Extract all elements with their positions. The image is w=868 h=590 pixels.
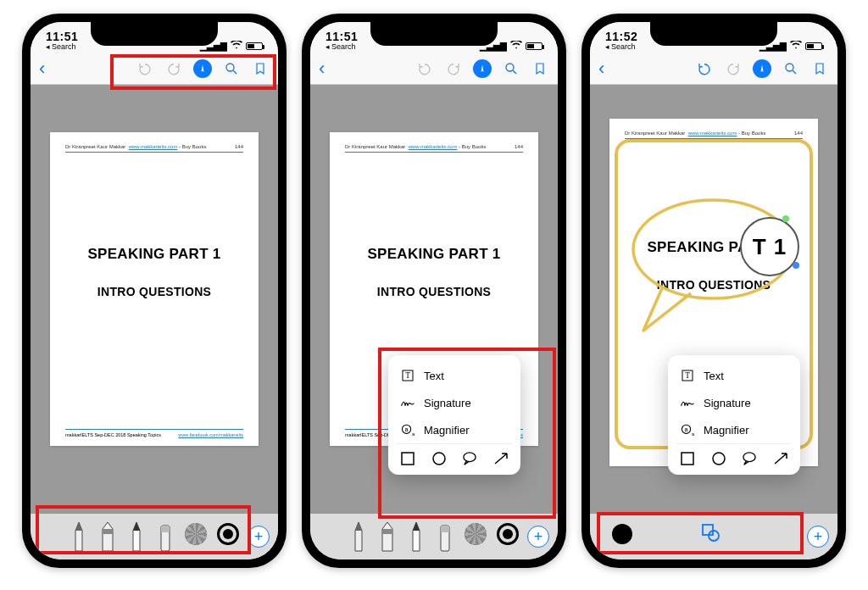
fill-color-picker[interactable] (612, 524, 632, 544)
add-annotation-button[interactable]: + (527, 526, 549, 548)
color-picker[interactable] (497, 523, 519, 545)
svg-rect-13 (382, 529, 392, 534)
magnifier-icon: aa (400, 422, 415, 437)
redo-icon[interactable] (164, 59, 183, 78)
popup-text-option[interactable]: T Text (676, 362, 792, 389)
document-canvas[interactable]: Dr Kiranpreet Kaur Makkar www.makkarielt… (310, 85, 558, 514)
popup-signature-option[interactable]: Signature (397, 389, 512, 416)
shape-rectangle[interactable] (680, 451, 695, 466)
text-icon: T (400, 368, 415, 383)
status-time: 11:52 (605, 30, 637, 43)
bookmark-icon[interactable] (810, 59, 829, 78)
back-button[interactable]: ‹ (598, 58, 604, 79)
pencil-tool[interactable] (127, 520, 146, 554)
popup-magnifier-option[interactable]: aa Magnifier (397, 416, 512, 443)
eraser-tool[interactable] (436, 520, 454, 554)
search-icon[interactable] (782, 59, 800, 78)
nav-bar: ‹ (31, 53, 278, 85)
battery-icon (526, 42, 542, 50)
add-annotation-button[interactable]: + (807, 526, 829, 548)
notch (370, 22, 498, 46)
phone-frame-2: 11:51 ◂ Search ▁▃▅▇ ‹ (302, 14, 566, 568)
pen-tool[interactable] (349, 520, 368, 554)
shape-speech-bubble[interactable] (462, 451, 477, 466)
add-annotation-button[interactable]: + (248, 526, 270, 548)
signature-icon (680, 395, 695, 410)
bookmark-icon[interactable] (251, 59, 270, 78)
doc-author: Dr Kiranpreet Kaur Makkar (65, 144, 125, 149)
pencil-tool[interactable] (407, 520, 426, 554)
status-back-to-search[interactable]: ◂ Search (46, 42, 78, 51)
eraser-tool[interactable] (156, 520, 175, 554)
undo-icon[interactable] (695, 59, 714, 78)
bookmark-icon[interactable] (531, 59, 549, 78)
document-page: Dr Kiranpreet Kaur Makkar www.makkarielt… (50, 132, 259, 446)
svg-text:T: T (685, 371, 690, 380)
magnifier-zoom-handle[interactable] (793, 262, 799, 269)
redo-icon[interactable] (444, 59, 463, 78)
undo-icon[interactable] (415, 59, 434, 78)
svg-rect-15 (441, 526, 449, 532)
shape-circle[interactable] (431, 451, 447, 466)
signature-icon (400, 395, 415, 410)
marker-tool[interactable] (378, 520, 397, 554)
popup-magnifier-option[interactable]: aa Magnifier (676, 416, 792, 443)
svg-point-27 (709, 531, 719, 541)
shape-arrow[interactable] (773, 451, 788, 466)
back-button[interactable]: ‹ (319, 58, 325, 79)
markup-toolbar: + (310, 514, 558, 559)
doc-header-link[interactable]: www.makkarielts.com (129, 144, 178, 149)
shape-arrow[interactable] (493, 451, 509, 466)
svg-point-16 (786, 64, 793, 71)
status-back-to-search[interactable]: ◂ Search (605, 42, 637, 51)
pen-tool[interactable] (70, 520, 88, 554)
wifi-icon (231, 41, 242, 51)
lasso-tool[interactable] (465, 523, 487, 545)
doc-title-2: INTRO QUESTIONS (65, 285, 243, 298)
notch (91, 22, 218, 46)
search-icon[interactable] (222, 59, 241, 78)
popup-signature-option[interactable]: Signature (676, 389, 792, 416)
doc-page-number: 144 (235, 144, 243, 149)
battery-icon (246, 42, 263, 50)
marker-tool[interactable] (98, 520, 117, 554)
status-time: 11:51 (326, 30, 358, 43)
svg-rect-23 (682, 453, 693, 465)
status-time: 11:51 (46, 30, 78, 43)
shape-circle[interactable] (711, 451, 726, 466)
search-icon[interactable] (502, 59, 520, 78)
magnifier-scale-handle[interactable] (782, 215, 789, 222)
doc-footer-left: makkarIELTS Sep-DEC 2018 Speaking Topics (65, 432, 161, 437)
document-canvas[interactable]: Dr Kiranpreet Kaur Makkar www.makkarielt… (590, 85, 837, 514)
svg-text:a: a (412, 431, 415, 437)
magnifier-annotation[interactable]: T 1 (740, 217, 799, 276)
svg-text:a: a (405, 426, 409, 433)
svg-point-4 (506, 64, 514, 71)
document-canvas[interactable]: Dr Kiranpreet Kaur Makkar www.makkarielt… (31, 85, 278, 514)
chevron-left-icon: ◂ (46, 42, 50, 51)
doc-title-1: SPEAKING PART 1 (65, 246, 243, 263)
status-back-to-search[interactable]: ◂ Search (326, 42, 358, 51)
shape-rectangle[interactable] (400, 451, 415, 466)
doc-footer-link[interactable]: www.facebook.com/makkarielts (178, 432, 243, 437)
svg-rect-1 (103, 529, 113, 534)
phone-frame-1: 11:51 ◂ Search ▁▃▅▇ ‹ (22, 14, 287, 568)
phone-frame-3: 11:52 ◂ Search ▁▃▅▇ ‹ (581, 14, 846, 568)
svg-rect-10 (402, 453, 414, 465)
notch (650, 22, 777, 46)
shape-speech-bubble[interactable] (742, 451, 757, 466)
markup-icon[interactable] (193, 59, 212, 78)
markup-toolbar: + (31, 514, 278, 559)
shape-style-button[interactable] (700, 522, 721, 546)
svg-point-0 (226, 64, 234, 71)
chevron-left-icon: ◂ (605, 42, 609, 51)
svg-point-25 (743, 453, 755, 462)
color-picker[interactable] (217, 523, 239, 545)
undo-icon[interactable] (136, 59, 154, 78)
popup-text-option[interactable]: T Text (397, 362, 512, 389)
back-button[interactable]: ‹ (39, 58, 45, 79)
lasso-tool[interactable] (185, 523, 207, 545)
redo-icon[interactable] (724, 59, 743, 78)
markup-icon[interactable] (753, 59, 771, 78)
markup-icon[interactable] (473, 59, 492, 78)
